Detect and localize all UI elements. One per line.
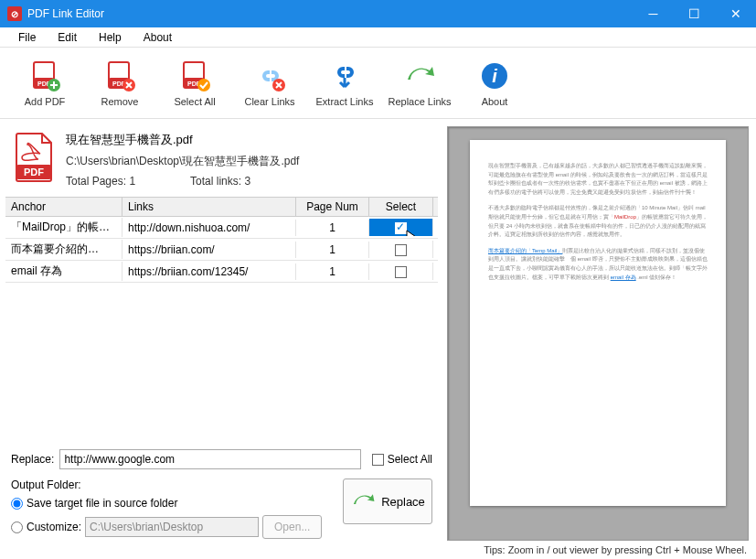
svg-point-11 (197, 79, 210, 91)
col-header-page[interactable]: Page Num (296, 198, 369, 216)
minimize-button[interactable]: ─ (633, 0, 674, 27)
links-table: Anchor Links Page Num Select 「MailDrop」的… (5, 197, 438, 283)
cursor-icon (406, 230, 421, 235)
svg-text:PDF: PDF (24, 167, 44, 177)
close-button[interactable]: ✕ (715, 0, 756, 27)
cell-anchor: 而本篇要介紹的… (5, 240, 122, 259)
remove-label: Remove (101, 96, 139, 107)
pdf-preview-page: 現在智慧型手機普及，已有越來越多的話，大多數的人都已習慣透過手機而這談點離來襲，… (470, 140, 726, 506)
cell-link: https://briian.com/12345/ (122, 263, 296, 280)
menu-edit[interactable]: Edit (47, 29, 88, 46)
cell-select[interactable] (369, 219, 433, 235)
clear-links-button[interactable]: Clear Links (234, 56, 305, 111)
replace-input[interactable] (59, 449, 360, 469)
radio-save-source-label: Save target file in source folder (27, 497, 177, 510)
menu-help[interactable]: Help (88, 29, 133, 46)
table-row[interactable]: 「MailDrop」的帳… http://down.nishuoa.com/ 1 (5, 217, 438, 239)
menu-file[interactable]: File (7, 29, 47, 46)
table-row[interactable]: 而本篇要介紹的… https://briian.com/ 1 (5, 239, 438, 261)
pdf-selectall-icon: PDF (178, 59, 211, 92)
replace-button-label: Replace (381, 495, 425, 509)
checkbox-icon[interactable] (395, 266, 407, 278)
pdf-preview-panel[interactable]: 現在智慧型手機普及，已有越來越多的話，大多數的人都已習慣透過手機而這談點離來襲，… (447, 126, 749, 541)
replace-label: Replace: (11, 453, 54, 466)
checkbox-icon[interactable] (395, 244, 407, 256)
window-title: PDF Link Editor (27, 7, 633, 20)
about-icon: i (478, 59, 511, 92)
col-header-select[interactable]: Select (369, 198, 433, 216)
select-all-button[interactable]: PDF Select All (159, 56, 230, 111)
app-icon: ⊘ (7, 6, 22, 21)
table-row[interactable]: email 存為 https://briian.com/12345/ 1 (5, 261, 438, 283)
cell-link: https://briian.com/ (122, 242, 296, 258)
menu-about[interactable]: About (133, 29, 183, 46)
select-all-checkbox[interactable] (372, 454, 384, 466)
cell-anchor: 「MailDrop」的帳… (5, 218, 122, 237)
about-label: About (482, 96, 508, 107)
replace-links-label: Replace Links (388, 96, 451, 107)
radio-save-source[interactable] (11, 498, 23, 510)
checkbox-icon[interactable] (395, 222, 407, 234)
select-all-label: Select All (174, 96, 215, 107)
extract-links-button[interactable]: Extract Links (309, 56, 380, 111)
pdf-file-icon: PDF (13, 132, 57, 183)
cell-select[interactable] (369, 263, 433, 279)
col-header-links[interactable]: Links (122, 198, 296, 216)
file-name: 現在智慧型手機普及.pdf (66, 132, 431, 148)
select-all-label: Select All (388, 453, 432, 466)
radio-customize[interactable] (11, 521, 23, 533)
add-pdf-button[interactable]: PDF Add PDF (9, 56, 80, 111)
cell-link: http://down.nishuoa.com/ (122, 220, 296, 236)
customize-path-input[interactable] (85, 517, 259, 537)
extract-links-icon (328, 59, 361, 92)
cell-page: 1 (296, 220, 369, 236)
clear-links-icon (253, 59, 286, 92)
cell-anchor: email 存為 (5, 262, 122, 281)
tips-text: Tips: Zoom in / out viewer by pressing C… (447, 541, 749, 555)
cell-page: 1 (296, 263, 369, 280)
pdf-remove-icon: PDF (103, 59, 136, 92)
extract-links-label: Extract Links (316, 96, 374, 107)
replace-button[interactable]: Replace (343, 478, 432, 524)
replace-arrow-icon (350, 489, 376, 514)
col-header-anchor[interactable]: Anchor (5, 198, 122, 216)
file-path: C:\Users\brian\Desktop\現在智慧型手機普及.pdf (66, 154, 431, 169)
maximize-button[interactable]: ☐ (674, 0, 715, 27)
cell-page: 1 (296, 242, 369, 258)
pdf-add-icon: PDF (28, 59, 61, 92)
cell-select[interactable] (369, 241, 433, 257)
replace-links-icon (403, 59, 436, 92)
output-folder-heading: Output Folder: (11, 478, 335, 491)
add-pdf-label: Add PDF (25, 96, 66, 107)
radio-customize-label: Customize: (27, 521, 81, 533)
total-pages: Total Pages: 1 (66, 175, 135, 188)
clear-links-label: Clear Links (244, 96, 294, 107)
svg-text:i: i (492, 66, 497, 86)
open-button[interactable]: Open... (262, 515, 322, 539)
remove-button[interactable]: PDF Remove (84, 56, 155, 111)
replace-links-button[interactable]: Replace Links (384, 56, 455, 111)
total-links: Total links: 3 (190, 175, 250, 188)
about-button[interactable]: i About (459, 56, 530, 111)
